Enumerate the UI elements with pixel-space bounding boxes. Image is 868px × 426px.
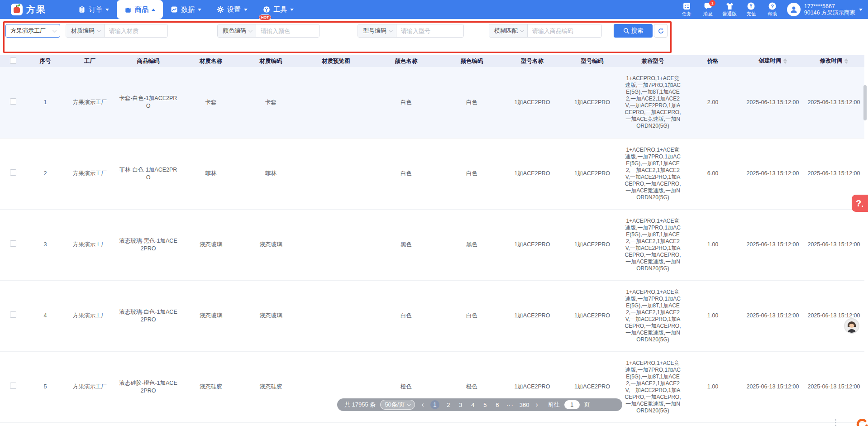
cell-color_code: 黑色 xyxy=(441,209,502,280)
nav-item-tools[interactable]: 工具 HOT xyxy=(255,0,301,19)
cell-index: 5 xyxy=(26,351,64,422)
sort-icons xyxy=(844,57,848,66)
material-input[interactable] xyxy=(105,24,167,37)
cell-compat: 1+ACEPRO,1+ACE竞速版,一加7PRO,1加ACE(5G),一加8T,… xyxy=(622,209,683,280)
page-number[interactable]: 1 xyxy=(430,400,439,409)
page-number[interactable]: 360 xyxy=(520,402,529,408)
messages-label: 消息 xyxy=(703,11,713,17)
cell-color_code: 白色 xyxy=(441,280,502,351)
page-list: 123456···360 xyxy=(430,400,529,409)
page-size-select[interactable]: 50条/页 xyxy=(380,400,415,410)
col-created-time[interactable]: 创建时间 xyxy=(742,55,803,67)
question-dot xyxy=(862,206,863,207)
apple-logo-icon xyxy=(11,4,23,15)
tasks-button[interactable]: 任务 xyxy=(680,2,693,17)
nav-label: 商品 xyxy=(135,5,148,14)
factory-select[interactable]: 方果演示工厂 xyxy=(5,24,60,38)
tool-icon xyxy=(263,6,270,13)
row-checkbox[interactable] xyxy=(10,98,16,105)
refresh-button[interactable] xyxy=(654,24,668,38)
account-menu[interactable]: 177****5667 90146 方果演示商家 xyxy=(787,3,863,16)
match-mode-select[interactable]: 模糊匹配 xyxy=(489,24,528,37)
search-button[interactable]: 搜索 xyxy=(614,24,653,38)
cell-product_code: 菲林-白色-1加ACE2PRO xyxy=(115,138,181,209)
factory-select-value: 方果演示工厂 xyxy=(10,27,46,35)
row-checkbox[interactable] xyxy=(10,169,16,176)
product-code-input[interactable] xyxy=(528,24,601,37)
cell-index: 1 xyxy=(26,67,64,138)
model-filter-group: 型号编码 xyxy=(358,24,464,38)
app-logo[interactable]: 方果 xyxy=(11,4,64,16)
cell-compat: 1+ACEPRO,1+ACE竞速版,一加7PRO,1加ACE(5G),一加8T,… xyxy=(622,351,683,422)
cell-color_code: 白色 xyxy=(441,67,502,138)
page-number[interactable]: 5 xyxy=(482,402,488,408)
cell-model_name: 1加ACE2PRO xyxy=(502,351,562,422)
material-field-select[interactable]: 材质编码 xyxy=(66,24,105,37)
model-input[interactable] xyxy=(396,24,463,37)
goto-page-input[interactable] xyxy=(564,400,580,409)
chevron-down-icon xyxy=(198,9,201,13)
chevron-down-icon xyxy=(248,28,253,32)
messages-button[interactable]: 1 消息 xyxy=(701,2,715,17)
col-model-code: 型号编码 xyxy=(562,55,622,67)
page-number[interactable]: 3 xyxy=(458,402,464,408)
cell-material_code: 液态玻璃 xyxy=(241,209,301,280)
cell-material_code: 液态玻璃 xyxy=(241,280,301,351)
page-ellipsis[interactable]: ··· xyxy=(506,402,514,408)
nav-item-orders[interactable]: 订单 xyxy=(71,0,117,19)
pagination-bar: 共 17955 条 50条/页 ‹ 123456···360 › 前往 页 xyxy=(337,398,622,411)
clipboard-icon xyxy=(78,6,86,13)
chevron-down-icon xyxy=(389,28,393,32)
cell-factory: 方果演示工厂 xyxy=(64,351,115,422)
cell-material_name: 卡套 xyxy=(181,67,241,138)
nav-item-products[interactable]: 商品 xyxy=(117,0,163,19)
color-input[interactable] xyxy=(256,24,319,37)
assistant-avatar[interactable] xyxy=(844,318,859,334)
account-info: 177****5667 90146 方果演示商家 xyxy=(804,3,855,16)
cell-price: 1.00 xyxy=(683,351,742,422)
cell-material_code: 卡套 xyxy=(241,67,301,138)
cell-model_name: 1加ACE2PRO xyxy=(502,209,562,280)
help-button[interactable]: ? 帮助 xyxy=(766,2,779,17)
table-header-row: 序号 工厂 商品编码 材质名称 材质编码 材质预览图 颜色名称 颜色编码 型号名… xyxy=(0,55,864,67)
tshirt-icon xyxy=(725,2,734,10)
nav-item-settings[interactable]: 设置 xyxy=(209,0,255,19)
pagination-total: 共 17955 条 xyxy=(344,401,376,409)
col-material-preview: 材质预览图 xyxy=(301,55,371,67)
nav-item-data[interactable]: 数据 xyxy=(163,0,209,19)
prev-page-button[interactable]: ‹ xyxy=(420,401,425,409)
cell-product_code: 卡套-白色-1加ACE2PRO xyxy=(115,67,181,138)
plan-button[interactable]: 普通版 xyxy=(722,2,737,17)
row-checkbox[interactable] xyxy=(10,383,16,389)
col-material-code: 材质编码 xyxy=(241,55,301,67)
col-material-name: 材质名称 xyxy=(181,55,241,67)
select-all-checkbox[interactable] xyxy=(10,57,16,64)
col-modified-time[interactable]: 修改时间 xyxy=(803,55,864,67)
model-field-select[interactable]: 型号编码 xyxy=(358,24,396,37)
next-page-button[interactable]: › xyxy=(534,401,539,409)
recharge-button[interactable]: ¥ 充值 xyxy=(744,2,758,17)
page-number[interactable]: 6 xyxy=(494,402,501,408)
topbar-right: 任务 1 消息 普通版 ¥ 充值 ? 帮助 177****5667 90146 … xyxy=(680,0,863,19)
vertical-scrollbar[interactable] xyxy=(863,85,867,120)
color-field-select[interactable]: 颜色编码 xyxy=(218,24,256,37)
cell-preview xyxy=(301,351,371,422)
cell-index: 2 xyxy=(26,138,64,209)
task-list-icon xyxy=(682,2,691,10)
row-checkbox[interactable] xyxy=(10,240,16,247)
col-color-code: 颜色编码 xyxy=(441,55,502,67)
cell-created: 2025-06-13 15:12:00 xyxy=(742,67,803,138)
help-question-icon: ? xyxy=(856,198,861,209)
account-avatar-icon xyxy=(787,3,801,16)
cell-material_name: 液态硅胶 xyxy=(181,351,241,422)
corner-widget-icon[interactable] xyxy=(854,417,868,426)
page-number[interactable]: 4 xyxy=(470,402,476,408)
help-label: 帮助 xyxy=(768,11,777,17)
cell-factory: 方果演示工厂 xyxy=(64,209,115,280)
row-checkbox[interactable] xyxy=(10,311,16,318)
chevron-down-icon xyxy=(244,9,248,13)
page-number[interactable]: 2 xyxy=(445,402,452,408)
table-row: 5方果演示工厂液态硅胶-橙色-1加ACE2PRO液态硅胶液态硅胶橙色橙色1加AC… xyxy=(0,351,864,422)
cell-preview xyxy=(301,209,371,280)
help-floating-button[interactable]: ? xyxy=(852,195,868,212)
